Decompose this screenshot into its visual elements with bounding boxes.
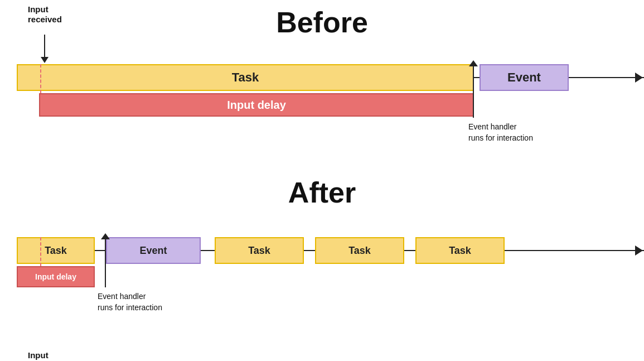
after-input-received-label: Inputreceived: [28, 350, 62, 361]
after-connector-1: [95, 250, 106, 251]
before-connector-1: [474, 77, 480, 78]
after-connector-2: [201, 250, 215, 251]
before-timeline-arrow-icon: [635, 73, 643, 83]
after-junction-arrow-icon: [101, 233, 110, 239]
after-task-4-label: Task: [449, 245, 471, 257]
before-junction-arrow-icon: [469, 60, 478, 66]
before-junction-line: [473, 64, 474, 118]
before-event-handler-label: Event handlerruns for interaction: [468, 122, 533, 143]
after-task-1-label: Task: [45, 245, 67, 257]
after-connector-3: [304, 250, 315, 251]
after-title: After: [288, 176, 356, 209]
before-section: Before Inputreceived Task Event Input de…: [0, 0, 644, 173]
after-section: After Inputreceived Task Event Task Task: [0, 173, 644, 361]
after-connector-4: [404, 250, 415, 251]
after-task-bar-1: Task: [17, 237, 95, 264]
before-event-bar: Event: [480, 64, 569, 91]
after-task-bar-2: Task: [215, 237, 304, 264]
before-task-bar: Task: [17, 64, 474, 91]
after-task-bar-3: Task: [315, 237, 404, 264]
after-task-bar-4: Task: [415, 237, 505, 264]
after-event-handler-label: Event handlerruns for interaction: [98, 291, 162, 313]
before-input-arrow: [41, 35, 49, 63]
before-input-delay-bar: Input delay: [39, 93, 474, 117]
after-task-3-label: Task: [348, 245, 371, 257]
after-input-delay-label: Input delay: [35, 272, 76, 281]
before-input-received-label: Inputreceived: [28, 4, 62, 25]
after-junction-line: [105, 237, 106, 287]
after-event-bar: Event: [106, 237, 201, 264]
after-dotted-line: [40, 237, 41, 266]
before-dotted-line: [40, 64, 41, 93]
diagram-container: Before Inputreceived Task Event Input de…: [0, 0, 644, 361]
after-task-2-label: Task: [248, 245, 270, 257]
before-title: Before: [276, 6, 368, 39]
after-timeline-arrow-icon: [635, 246, 643, 256]
before-event-label: Event: [507, 70, 541, 85]
before-task-label: Task: [232, 70, 259, 85]
before-connector-2: [569, 77, 613, 78]
after-event-label: Event: [139, 245, 167, 257]
before-input-delay-label: Input delay: [227, 99, 286, 112]
after-input-delay-bar: Input delay: [17, 266, 95, 287]
